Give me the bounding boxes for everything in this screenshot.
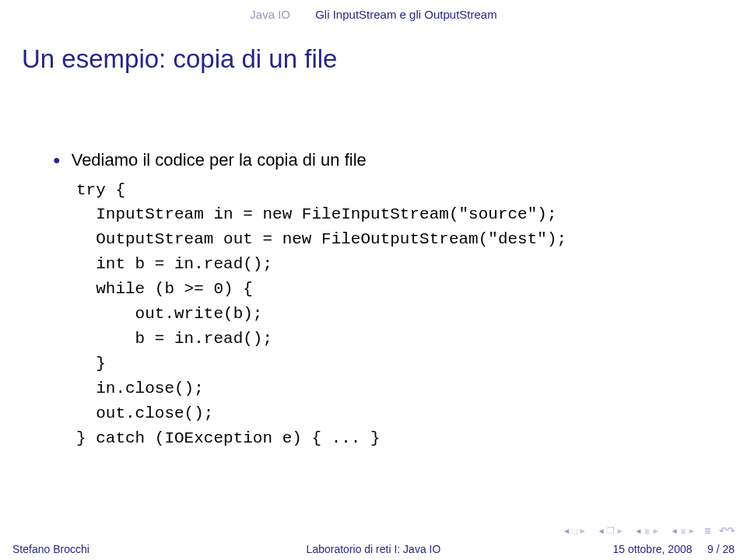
nav-frame-icon: □ bbox=[572, 527, 577, 536]
nav-sec-group: ◄ ≡ ► bbox=[634, 527, 661, 536]
footer-title: Laboratorio di reti I: Java IO bbox=[215, 543, 532, 555]
nav-next-subsec-icon[interactable]: ► bbox=[616, 527, 624, 535]
bullet-text: Vediamo il codice per la copia di un fil… bbox=[72, 150, 366, 170]
nav-sec-icon: ≡ bbox=[644, 527, 649, 536]
footer-date-page: 15 ottobre, 2008 9 / 28 bbox=[532, 543, 735, 555]
footer-page: 9 / 28 bbox=[707, 543, 735, 555]
nav-next-sec-icon[interactable]: ► bbox=[652, 527, 660, 535]
slide-header: Java IO Gli InputStream e gli OutputStre… bbox=[0, 0, 747, 24]
nav-prev-sec-icon[interactable]: ◄ bbox=[635, 527, 643, 535]
slide-footer: Stefano Brocchi Laboratorio di reti I: J… bbox=[0, 538, 747, 560]
footer-date: 15 ottobre, 2008 bbox=[613, 543, 693, 555]
section-label: Java IO bbox=[250, 8, 290, 21]
nav-frame-group: ◄ □ ► bbox=[562, 527, 587, 536]
nav-prev-doc-icon[interactable]: ◄ bbox=[671, 527, 679, 535]
slide-body: ● Vediamo il codice per la copia di un f… bbox=[0, 74, 747, 451]
nav-subsec-group: ◄ ❐ ► bbox=[597, 526, 625, 536]
nav-next-frame-icon[interactable]: ► bbox=[579, 527, 587, 535]
nav-doc-group: ◄ ≡ ► bbox=[670, 527, 696, 536]
nav-appendix-icon[interactable]: ≣ bbox=[704, 526, 711, 536]
nav-prev-frame-icon[interactable]: ◄ bbox=[563, 527, 570, 535]
nav-loop-icon[interactable]: ↶↷ bbox=[719, 525, 735, 537]
nav-doc-icon: ≡ bbox=[681, 527, 686, 536]
nav-next-doc-icon[interactable]: ► bbox=[688, 527, 696, 535]
bullet-item: ● Vediamo il codice per la copia di un f… bbox=[53, 150, 714, 170]
bullet-icon: ● bbox=[53, 153, 61, 167]
slide-title: Un esempio: copia di un file bbox=[0, 24, 747, 74]
code-block: try { InputStream in = new FileInputStre… bbox=[76, 178, 714, 451]
footer-author: Stefano Brocchi bbox=[12, 543, 215, 555]
nav-prev-subsec-icon[interactable]: ◄ bbox=[598, 527, 605, 535]
subsection-label: Gli InputStream e gli OutputStream bbox=[315, 8, 496, 21]
nav-controls: ◄ □ ► ◄ ❐ ► ◄ ≡ ► ◄ ≡ ► ≣ ↶↷ bbox=[559, 525, 735, 537]
nav-subsec-icon: ❐ bbox=[607, 526, 615, 536]
